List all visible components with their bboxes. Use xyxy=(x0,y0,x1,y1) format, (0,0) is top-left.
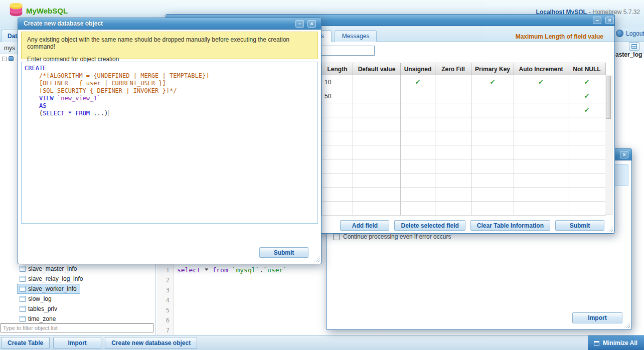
table-cell[interactable] xyxy=(322,173,353,188)
table-cell[interactable] xyxy=(435,159,471,173)
tab-fragment-master-log[interactable]: aster_log xyxy=(615,51,642,58)
table-cell[interactable] xyxy=(353,117,401,131)
table-cell[interactable] xyxy=(514,103,568,117)
table-cell[interactable] xyxy=(435,117,471,131)
table-cell[interactable] xyxy=(353,188,401,202)
table-cell[interactable] xyxy=(568,145,606,159)
panel-toggle-button[interactable] xyxy=(629,42,639,51)
minimize-all-button[interactable]: Minimize All xyxy=(588,335,644,350)
sidebar-item-tables-priv[interactable]: tables_priv xyxy=(17,304,61,314)
table-cell[interactable] xyxy=(435,188,471,202)
table-cell[interactable] xyxy=(353,202,401,216)
table-cell[interactable] xyxy=(471,173,514,188)
table-cell[interactable] xyxy=(353,159,401,173)
table-cell[interactable] xyxy=(322,202,353,216)
editor-code-lines[interactable]: select * from `mysql`.`user` xyxy=(174,263,326,335)
submit-button[interactable]: Submit xyxy=(555,220,604,231)
minimize-icon[interactable]: – xyxy=(295,20,304,28)
table-cell[interactable] xyxy=(322,159,353,173)
table-cell[interactable] xyxy=(353,103,401,117)
scrollbar-thumb[interactable] xyxy=(606,76,611,119)
table-cell[interactable] xyxy=(471,103,514,117)
sidebar-item-time-zone[interactable]: time_zone xyxy=(17,314,59,324)
table-cell[interactable] xyxy=(568,188,606,202)
import-button[interactable]: Import xyxy=(572,312,622,323)
collapse-icon[interactable] xyxy=(2,57,7,61)
table-cell[interactable] xyxy=(401,188,435,202)
sidebar-item-slave-worker-info[interactable]: slave_worker_info xyxy=(17,284,80,294)
table-cell[interactable]: ✔ xyxy=(568,103,606,117)
table-cell[interactable] xyxy=(401,89,435,103)
table-cell[interactable]: ✔ xyxy=(514,75,568,89)
table-cell[interactable] xyxy=(514,202,568,216)
table-cell[interactable] xyxy=(435,75,471,89)
breadcrumb[interactable]: mys xyxy=(4,45,15,52)
submit-button[interactable]: Submit xyxy=(259,247,308,258)
table-cell[interactable] xyxy=(353,131,401,145)
logout-button[interactable]: Logout xyxy=(616,30,644,37)
table-cell[interactable] xyxy=(401,145,435,159)
table-cell[interactable] xyxy=(353,145,401,159)
table-cell[interactable] xyxy=(401,103,435,117)
table-cell[interactable]: ✔ xyxy=(568,75,606,89)
table-cell[interactable] xyxy=(568,202,606,216)
sidebar-item-slave-master-info[interactable]: slave_master_info xyxy=(17,264,80,274)
resize-handle[interactable] xyxy=(624,322,630,328)
continue-on-error-checkbox[interactable] xyxy=(333,234,340,240)
sidebar-item-slave-relay-log-info[interactable]: slave_relay_log_info xyxy=(17,274,86,284)
table-cell[interactable]: 10 xyxy=(322,75,353,89)
table-cell[interactable] xyxy=(322,145,353,159)
delete-selected-field-button[interactable]: Delete selected field xyxy=(394,220,465,231)
table-cell[interactable] xyxy=(514,131,568,145)
table-cell[interactable] xyxy=(435,131,471,145)
table-cell[interactable] xyxy=(514,117,568,131)
table-cell[interactable] xyxy=(471,131,514,145)
continue-on-error-row[interactable]: Continue processing even if error occurs xyxy=(333,233,451,240)
table-cell[interactable]: ✔ xyxy=(471,75,514,89)
table-cell[interactable] xyxy=(322,103,353,117)
table-cell[interactable] xyxy=(471,202,514,216)
table-cell[interactable] xyxy=(401,117,435,131)
table-cell[interactable] xyxy=(401,202,435,216)
create-new-database-object-button[interactable]: Create new database object xyxy=(105,337,197,349)
table-cell[interactable] xyxy=(514,145,568,159)
clear-table-information-button[interactable]: Clear Table Information xyxy=(470,220,550,231)
table-cell[interactable] xyxy=(435,145,471,159)
table-cell[interactable]: 50 xyxy=(322,89,353,103)
table-cell[interactable] xyxy=(514,173,568,188)
table-cell[interactable] xyxy=(471,188,514,202)
resize-handle[interactable] xyxy=(607,226,613,232)
table-cell[interactable] xyxy=(322,188,353,202)
filter-input[interactable] xyxy=(1,323,153,332)
create-object-dialog-titlebar[interactable]: Create new database object – × xyxy=(18,18,321,30)
table-cell[interactable] xyxy=(514,188,568,202)
table-cell[interactable] xyxy=(471,89,514,103)
table-cell[interactable]: ✔ xyxy=(568,89,606,103)
close-icon[interactable]: × xyxy=(307,20,316,28)
sql-code-editor[interactable]: CREATE /*[ALGORITHM = {UNDEFINED | MERGE… xyxy=(21,62,318,224)
table-cell[interactable] xyxy=(514,159,568,173)
add-field-button[interactable]: Add field xyxy=(340,220,389,231)
table-cell[interactable]: ✔ xyxy=(401,75,435,89)
table-cell[interactable] xyxy=(471,159,514,173)
table-cell[interactable] xyxy=(514,89,568,103)
table-cell[interactable] xyxy=(353,173,401,188)
table-cell[interactable] xyxy=(322,117,353,131)
table-cell[interactable] xyxy=(435,89,471,103)
table-cell[interactable] xyxy=(353,89,401,103)
tab-messages[interactable]: Messages xyxy=(335,30,377,42)
table-cell[interactable] xyxy=(568,159,606,173)
table-scrollbar[interactable] xyxy=(605,75,612,215)
table-cell[interactable] xyxy=(471,117,514,131)
table-cell[interactable] xyxy=(568,117,606,131)
table-cell[interactable] xyxy=(435,173,471,188)
table-cell[interactable] xyxy=(471,145,514,159)
table-cell[interactable] xyxy=(401,131,435,145)
close-icon[interactable]: × xyxy=(620,151,628,158)
resize-handle[interactable] xyxy=(313,256,319,262)
table-cell[interactable] xyxy=(401,159,435,173)
table-cell[interactable] xyxy=(568,173,606,188)
table-cell[interactable] xyxy=(435,202,471,216)
table-cell[interactable] xyxy=(401,173,435,188)
import-button[interactable]: Import xyxy=(53,337,101,349)
